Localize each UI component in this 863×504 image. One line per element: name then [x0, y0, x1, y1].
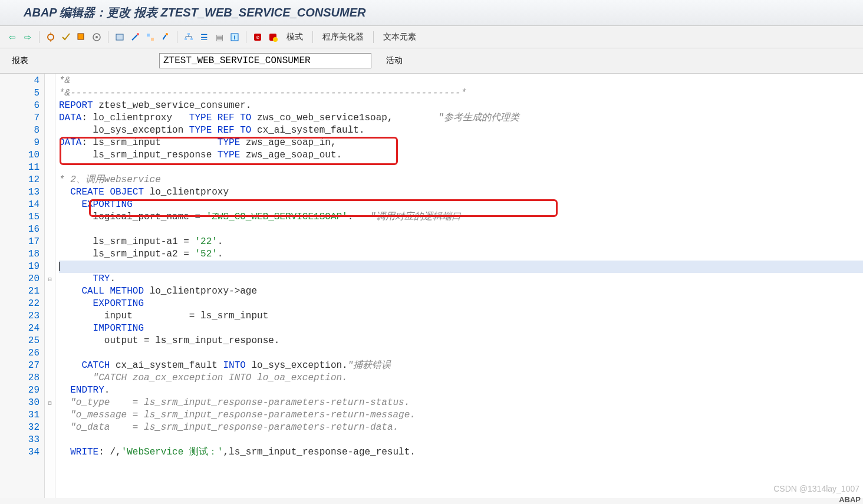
svg-rect-6 [147, 34, 150, 37]
status-label: 活动 [386, 55, 403, 66]
other-obj-icon[interactable] [144, 31, 157, 44]
svg-rect-9 [187, 33, 190, 35]
svg-rect-11 [190, 38, 193, 40]
svg-point-17 [273, 37, 278, 42]
program-name-row: 报表 活动 [0, 48, 863, 74]
line-gutter: 4567891011121314151617181920212223242526… [0, 74, 45, 498]
hierarchy-icon[interactable] [182, 31, 195, 44]
code-area[interactable]: *&*&------------------------------------… [55, 74, 863, 498]
page-title: ABAP 编辑器：更改 报表 ZTEST_WEB_SERVICE_CONSUME… [24, 6, 365, 19]
where-used-icon[interactable] [90, 31, 103, 44]
activate-icon[interactable] [60, 31, 73, 44]
svg-text:i: i [234, 34, 236, 41]
svg-point-5 [137, 33, 139, 35]
prettify-button[interactable]: 程序美化器 [318, 31, 368, 44]
watermark: CSDN @1314lay_1007 [773, 484, 859, 493]
text-elements-button[interactable]: 文本元素 [378, 31, 421, 44]
program-label: 报表 [12, 55, 153, 66]
svg-rect-4 [116, 34, 123, 40]
back-icon[interactable]: ⇦ [6, 31, 19, 44]
svg-rect-7 [151, 38, 154, 41]
info-icon[interactable]: i [228, 31, 241, 44]
forward-icon[interactable]: ⇨ [21, 31, 34, 44]
wand-icon[interactable] [129, 31, 141, 44]
svg-point-8 [166, 33, 168, 35]
check-icon[interactable] [44, 31, 57, 44]
program-name-input[interactable] [159, 53, 371, 68]
indent-icon[interactable]: ☰ [197, 31, 210, 44]
toolbar: ⇦ ⇨ ☰ ▤ i ⊘ 模式 程序美化器 文本元素 [0, 26, 863, 48]
breakpoint-icon[interactable]: ⊘ [251, 31, 264, 44]
code-editor[interactable]: 4567891011121314151617181920212223242526… [0, 74, 863, 498]
fold-column[interactable]: ⊟⊟ [45, 74, 55, 498]
enhance-icon[interactable] [159, 31, 172, 44]
svg-point-0 [48, 34, 54, 40]
run-icon[interactable] [75, 31, 88, 44]
language-tag: ABAP [839, 495, 861, 504]
display-icon[interactable] [113, 31, 126, 44]
svg-point-3 [95, 36, 98, 38]
svg-rect-10 [185, 38, 187, 40]
breakpoint2-icon[interactable] [266, 31, 279, 44]
svg-rect-1 [78, 34, 84, 39]
svg-text:⊘: ⊘ [256, 35, 260, 40]
mode-button[interactable]: 模式 [282, 31, 308, 44]
list-icon[interactable]: ▤ [213, 31, 226, 44]
title-bar: ABAP 编辑器：更改 报表 ZTEST_WEB_SERVICE_CONSUME… [0, 0, 863, 26]
